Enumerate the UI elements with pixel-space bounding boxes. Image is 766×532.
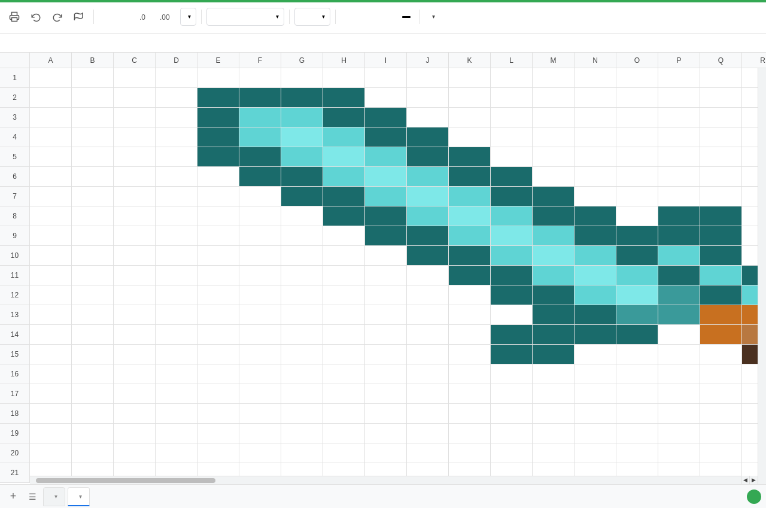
cell-C5[interactable]	[114, 147, 156, 167]
cell-G13[interactable]	[281, 305, 323, 325]
cell-A13[interactable]	[30, 305, 72, 325]
cell-Q4[interactable]	[700, 127, 742, 147]
cell-M10[interactable]	[533, 246, 574, 266]
cell-I19[interactable]	[365, 424, 407, 443]
cell-E8[interactable]	[197, 206, 239, 226]
cell-J3[interactable]	[407, 108, 449, 127]
col-header-F[interactable]: F	[239, 53, 281, 68]
cell-H11[interactable]	[323, 266, 365, 285]
cell-G20[interactable]	[281, 443, 323, 463]
cell-A12[interactable]	[30, 285, 72, 305]
cell-M4[interactable]	[533, 127, 574, 147]
cell-L17[interactable]	[491, 384, 533, 404]
cell-B13[interactable]	[72, 305, 114, 325]
cell-M12[interactable]	[533, 285, 574, 305]
cell-O9[interactable]	[616, 226, 658, 246]
cell-P15[interactable]	[658, 345, 700, 364]
cell-L19[interactable]	[491, 424, 533, 443]
cell-C1[interactable]	[114, 68, 156, 88]
cell-F12[interactable]	[239, 285, 281, 305]
cell-B2[interactable]	[72, 88, 114, 108]
cell-P2[interactable]	[658, 88, 700, 108]
col-header-H[interactable]: H	[323, 53, 365, 68]
cell-G18[interactable]	[281, 404, 323, 424]
cell-E11[interactable]	[197, 266, 239, 285]
cell-L14[interactable]	[491, 325, 533, 345]
cell-H17[interactable]	[323, 384, 365, 404]
col-header-E[interactable]: E	[197, 53, 239, 68]
row-header-21[interactable]: 21	[0, 463, 30, 483]
cell-K7[interactable]	[449, 187, 491, 206]
scroll-left-button[interactable]: ◀	[741, 476, 749, 484]
col-header-O[interactable]: O	[616, 53, 658, 68]
cell-J11[interactable]	[407, 266, 449, 285]
cell-H16[interactable]	[323, 364, 365, 384]
cell-O12[interactable]	[616, 285, 658, 305]
cell-G17[interactable]	[281, 384, 323, 404]
cell-O4[interactable]	[616, 127, 658, 147]
cell-H15[interactable]	[323, 345, 365, 364]
row-header-13[interactable]: 13	[0, 305, 30, 325]
cell-Q8[interactable]	[700, 206, 742, 226]
cell-Q14[interactable]	[700, 325, 742, 345]
cell-H1[interactable]	[323, 68, 365, 88]
cell-H7[interactable]	[323, 187, 365, 206]
cell-I10[interactable]	[365, 246, 407, 266]
undo-button[interactable]	[26, 7, 45, 26]
cell-D15[interactable]	[156, 345, 197, 364]
cell-Q15[interactable]	[700, 345, 742, 364]
cell-L1[interactable]	[491, 68, 533, 88]
col-header-I[interactable]: I	[365, 53, 407, 68]
cell-G7[interactable]	[281, 187, 323, 206]
cell-M15[interactable]	[533, 345, 574, 364]
cell-I2[interactable]	[365, 88, 407, 108]
cell-I20[interactable]	[365, 443, 407, 463]
cell-O2[interactable]	[616, 88, 658, 108]
col-header-C[interactable]: C	[114, 53, 156, 68]
row-header-17[interactable]: 17	[0, 384, 30, 404]
cell-M8[interactable]	[533, 206, 574, 226]
cell-C4[interactable]	[114, 127, 156, 147]
col-header-G[interactable]: G	[281, 53, 323, 68]
cell-P8[interactable]	[658, 206, 700, 226]
cell-J15[interactable]	[407, 345, 449, 364]
cell-D17[interactable]	[156, 384, 197, 404]
cell-A17[interactable]	[30, 384, 72, 404]
cell-N5[interactable]	[574, 147, 616, 167]
cell-O7[interactable]	[616, 187, 658, 206]
cell-K9[interactable]	[449, 226, 491, 246]
cell-E14[interactable]	[197, 325, 239, 345]
cell-H5[interactable]	[323, 147, 365, 167]
cell-C2[interactable]	[114, 88, 156, 108]
cell-N4[interactable]	[574, 127, 616, 147]
cell-I9[interactable]	[365, 226, 407, 246]
cell-G11[interactable]	[281, 266, 323, 285]
cell-H8[interactable]	[323, 206, 365, 226]
cell-G6[interactable]	[281, 167, 323, 187]
cell-I17[interactable]	[365, 384, 407, 404]
row-header-11[interactable]: 11	[0, 266, 30, 285]
cell-C12[interactable]	[114, 285, 156, 305]
cell-D14[interactable]	[156, 325, 197, 345]
row-header-3[interactable]: 3	[0, 108, 30, 127]
cell-M11[interactable]	[533, 266, 574, 285]
col-header-N[interactable]: N	[574, 53, 616, 68]
cell-P7[interactable]	[658, 187, 700, 206]
row-header-1[interactable]: 1	[0, 68, 30, 88]
cell-K20[interactable]	[449, 443, 491, 463]
cell-A19[interactable]	[30, 424, 72, 443]
cell-B20[interactable]	[72, 443, 114, 463]
cell-O3[interactable]	[616, 108, 658, 127]
cell-E5[interactable]	[197, 147, 239, 167]
cell-E18[interactable]	[197, 404, 239, 424]
cell-E6[interactable]	[197, 167, 239, 187]
sheet-menu-button[interactable]: ☰	[24, 488, 41, 505]
cell-E3[interactable]	[197, 108, 239, 127]
cell-I3[interactable]	[365, 108, 407, 127]
cell-M19[interactable]	[533, 424, 574, 443]
cell-A4[interactable]	[30, 127, 72, 147]
cell-B5[interactable]	[72, 147, 114, 167]
cell-E17[interactable]	[197, 384, 239, 404]
cell-M2[interactable]	[533, 88, 574, 108]
cell-N7[interactable]	[574, 187, 616, 206]
